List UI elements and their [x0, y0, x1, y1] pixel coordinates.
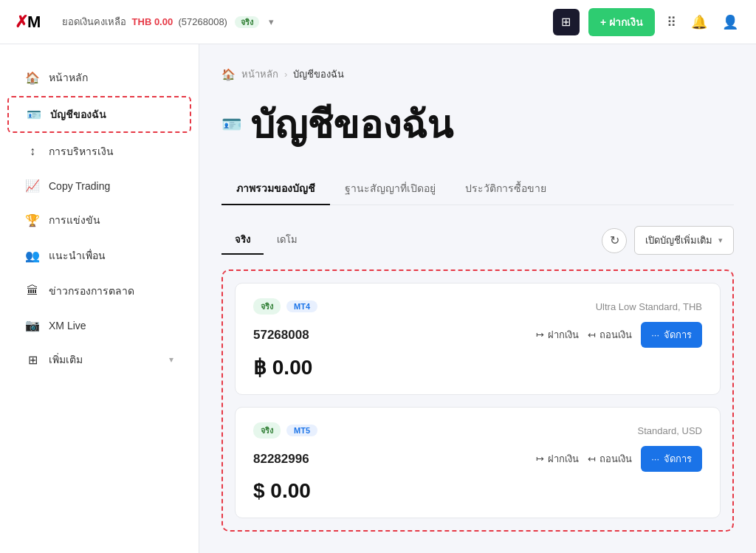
platform-badge-2: MT5 — [286, 425, 317, 436]
sidebar-label-referral: แนะนำเพื่อน — [49, 247, 106, 264]
referral-icon: 👥 — [25, 249, 40, 263]
live-badge-1: จริง — [253, 298, 281, 315]
home-icon: 🏠 — [25, 71, 40, 85]
deposit-link-1[interactable]: ↦ ฝากเงิน — [536, 327, 579, 343]
bell-icon-button[interactable]: 🔔 — [688, 11, 710, 33]
manage-button-2[interactable]: ··· จัดการ — [641, 446, 702, 472]
account-card-1: จริง MT4 Ultra Low Standard, THB 5726800… — [235, 283, 721, 395]
live-badge-2: จริง — [253, 422, 281, 439]
sidebar: 🏠 หน้าหลัก 🪪 บัญชีของฉัน ↕ การบริหารเงิน… — [0, 44, 199, 553]
sidebar-item-referral[interactable]: 👥 แนะนำเพื่อน — [7, 238, 191, 272]
sidebar-item-copy-trading[interactable]: 📈 Copy Trading — [7, 170, 191, 202]
account-actions-1: ↦ ฝากเงิน ↤ ถอนเงิน ··· จัดการ — [536, 322, 702, 348]
page-title-icon: 🪪 — [221, 115, 241, 134]
deposit-label-1: ฝากเงิน — [548, 327, 579, 343]
sidebar-item-more[interactable]: ⊞ เพิ่มเติม ▾ — [7, 343, 191, 377]
accounts-container: จริง MT4 Ultra Low Standard, THB 5726800… — [221, 269, 734, 532]
competition-icon: 🏆 — [25, 213, 40, 227]
balance-info: ยอดเงินคงเหลือ THB 0.00 (57268008) จริง … — [62, 14, 274, 30]
withdraw-arrow-icon-1: ↤ — [588, 329, 596, 340]
account-card-2-top: จริง MT5 Standard, USD — [253, 422, 702, 439]
account-card-1-top: จริง MT4 Ultra Low Standard, THB — [253, 298, 702, 315]
main-tab-bar: ภาพรวมของบัญชี ฐานะสัญญาที่เปิดอยู่ ประว… — [221, 173, 734, 205]
page-title-row: 🪪 บัญชีของฉัน — [221, 94, 734, 155]
sidebar-label-money-management: การบริหารเงิน — [49, 143, 114, 159]
account-card-2-badges: จริง MT5 — [253, 422, 317, 439]
tab-open-positions[interactable]: ฐานะสัญญาที่เปิดอยู่ — [330, 173, 450, 205]
withdraw-link-1[interactable]: ↤ ถอนเงิน — [588, 327, 632, 343]
deposit-button[interactable]: + ฝากเงิน — [588, 8, 655, 36]
market-news-icon: 🏛 — [25, 284, 40, 298]
account-card-1-badges: จริง MT4 — [253, 298, 317, 315]
account-number-1: 57268008 — [253, 328, 309, 343]
breadcrumb-current: บัญชีของฉัน — [293, 66, 344, 82]
money-icon: ↕ — [25, 145, 40, 158]
manage-label-1: จัดการ — [664, 327, 692, 343]
more-icon: ⊞ — [25, 353, 40, 367]
open-account-button[interactable]: เปิดบัญชีเพิ่มเติม ▾ — [634, 226, 734, 255]
withdraw-label-2: ถอนเงิน — [599, 451, 632, 467]
account-actions-2: ↦ ฝากเงิน ↤ ถอนเงิน ··· จัดการ — [536, 446, 702, 472]
open-account-label: เปิดบัญชีเพิ่มเติม — [645, 233, 712, 248]
sidebar-label-more: เพิ่มเติม — [49, 351, 83, 368]
account-type-2: Standard, USD — [638, 425, 702, 436]
tab-trade-history[interactable]: ประวัติการซื้อขาย — [450, 173, 561, 205]
deposit-label-2: ฝากเงิน — [548, 451, 579, 467]
expand-icon: ▾ — [169, 354, 173, 365]
manage-dots-icon-2: ··· — [651, 453, 659, 464]
navbar: ✗M ยอดเงินคงเหลือ THB 0.00 (57268008) จร… — [0, 0, 756, 44]
sidebar-item-home[interactable]: 🏠 หน้าหลัก — [7, 61, 191, 95]
sidebar-item-xm-live[interactable]: 📷 XM Live — [7, 309, 191, 341]
sidebar-item-market-news[interactable]: 🏛 ข่าวกรองการตลาด — [7, 274, 191, 308]
status-badge-header: จริง — [235, 16, 259, 28]
withdraw-arrow-icon-2: ↤ — [588, 453, 596, 464]
deposit-arrow-icon-2: ↦ — [536, 453, 544, 464]
account-balance-2: $ 0.00 — [253, 479, 702, 503]
manage-dots-icon-1: ··· — [651, 329, 659, 340]
accounts-icon: 🪪 — [27, 108, 41, 122]
layout: 🏠 หน้าหลัก 🪪 บัญชีของฉัน ↕ การบริหารเงิน… — [0, 0, 756, 553]
sidebar-label-home: หน้าหลัก — [49, 69, 88, 86]
sidebar-label-competition: การแข่งขัน — [49, 212, 100, 228]
account-balance-1: ฿ 0.00 — [253, 355, 702, 379]
sub-tab-bar: จริง เดโม ↻ เปิดบัญชีเพิ่มเติม ▾ — [221, 226, 734, 255]
manage-label-2: จัดการ — [664, 451, 692, 467]
logo: ✗M — [15, 13, 40, 32]
breadcrumb-separator: › — [284, 69, 287, 80]
sub-tab-demo[interactable]: เดโม — [264, 226, 311, 255]
balance-amount: THB 0.00 — [132, 16, 173, 27]
account-card-2: จริง MT5 Standard, USD 82282996 ↦ ฝากเงิ… — [235, 407, 721, 518]
main-content: 🏠 หน้าหลัก › บัญชีของฉัน 🪪 บัญชีของฉัน ภ… — [199, 44, 756, 553]
sidebar-item-money-management[interactable]: ↕ การบริหารเงิน — [7, 134, 191, 168]
deposit-arrow-icon-1: ↦ — [536, 329, 544, 340]
withdraw-label-1: ถอนเงิน — [599, 327, 632, 343]
account-type-1: Ultra Low Standard, THB — [596, 301, 702, 312]
breadcrumb-home-link[interactable]: หน้าหลัก — [241, 66, 278, 82]
xm-live-icon: 📷 — [25, 318, 40, 332]
sidebar-label-copy-trading: Copy Trading — [49, 180, 110, 192]
open-account-arrow-icon: ▾ — [718, 236, 723, 245]
sub-tab-real[interactable]: จริง — [221, 226, 264, 255]
account-card-1-mid: 57268008 ↦ ฝากเงิน ↤ ถอนเงิน ··· จัดการ — [253, 322, 702, 348]
account-number-2: 82282996 — [253, 452, 309, 467]
dropdown-chevron-icon[interactable]: ▾ — [269, 16, 274, 27]
manage-button-1[interactable]: ··· จัดการ — [641, 322, 702, 348]
page-title: บัญชีของฉัน — [250, 94, 453, 155]
breadcrumb-home-icon: 🏠 — [221, 68, 236, 81]
sidebar-item-competition[interactable]: 🏆 การแข่งขัน — [7, 203, 191, 237]
copy-trading-icon: 📈 — [25, 179, 40, 193]
sidebar-label-my-accounts: บัญชีของฉัน — [50, 106, 106, 123]
withdraw-link-2[interactable]: ↤ ถอนเงิน — [588, 451, 632, 467]
apps-icon-button[interactable]: ⠿ — [664, 11, 679, 33]
sidebar-item-my-accounts[interactable]: 🪪 บัญชีของฉัน — [7, 96, 191, 133]
deposit-link-2[interactable]: ↦ ฝากเงิน — [536, 451, 579, 467]
header-account-id: (57268008) — [178, 16, 227, 27]
account-card-2-mid: 82282996 ↦ ฝากเงิน ↤ ถอนเงิน ··· จัดการ — [253, 446, 702, 472]
tab-overview[interactable]: ภาพรวมของบัญชี — [221, 173, 330, 205]
balance-label: ยอดเงินคงเหลือ — [62, 16, 126, 27]
grid-icon-button[interactable]: ⊞ — [553, 9, 580, 35]
profile-icon-button[interactable]: 👤 — [719, 11, 741, 33]
platform-badge-1: MT4 — [286, 300, 317, 312]
refresh-button[interactable]: ↻ — [602, 228, 627, 253]
sidebar-label-market-news: ข่าวกรองการตลาด — [49, 283, 134, 299]
